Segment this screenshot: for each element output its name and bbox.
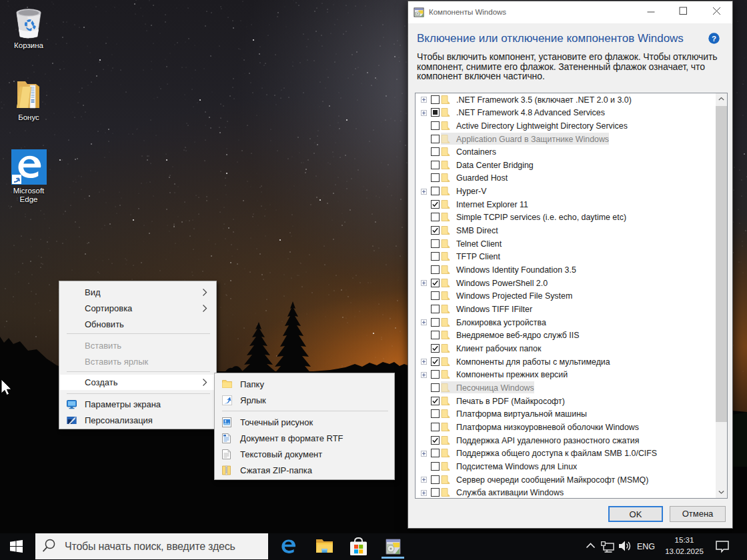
- svg-text:?: ?: [712, 35, 716, 43]
